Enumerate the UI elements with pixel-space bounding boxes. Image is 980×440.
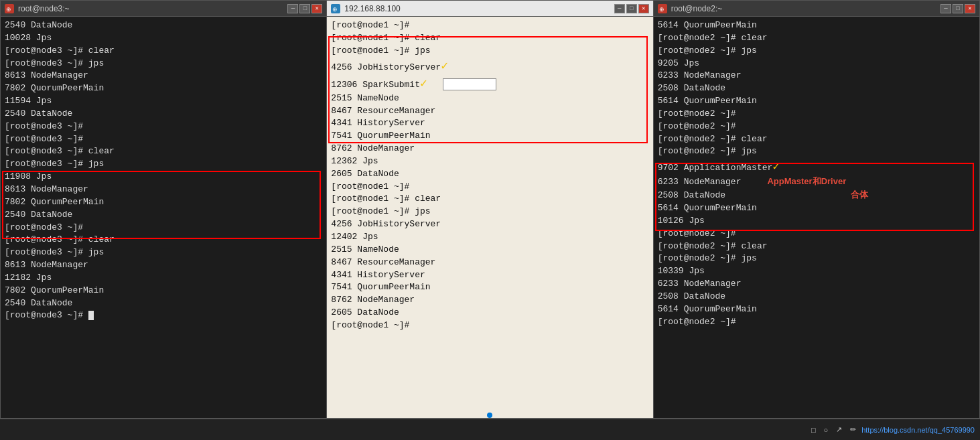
terminal-line: [root@node2 ~]# clear <box>658 133 975 146</box>
terminal-body-node2[interactable]: 5614 QuorumPeerMain [root@node2 ~]# clea… <box>654 17 979 418</box>
minimize-btn-node2[interactable]: ─ <box>940 4 951 13</box>
terminal-line: 10126 Jps <box>658 215 975 228</box>
terminal-line: 2605 DataNode <box>331 168 648 181</box>
terminal-line: 2540 DataNode <box>5 209 322 222</box>
terminal-line: 12182 Jps <box>5 272 322 285</box>
terminal-line: 9205 Jps <box>658 58 975 70</box>
terminal-line: [root@node3 ~]# clear <box>5 45 322 58</box>
terminal-line: 7541 QuorumPeerMain <box>331 281 648 294</box>
terminal-line: [root@node3 ~]# jps <box>5 58 322 70</box>
terminal-line: 10028 Jps <box>5 32 322 45</box>
terminal-line: 12362 Jps <box>331 155 648 168</box>
terminal-line: 12402 Jps <box>331 231 648 244</box>
terminal-line: [root@node3 ~]# <box>5 222 322 234</box>
terminal-line: 8613 NodeManager <box>5 70 322 82</box>
terminal-line: 2515 NameNode <box>331 92 648 105</box>
maximize-btn-node3[interactable]: □ <box>299 4 310 13</box>
terminal-line: 2540 DataNode <box>5 108 322 121</box>
maximize-btn-node1[interactable]: □ <box>626 4 637 13</box>
terminal-line: 4256 JobHistoryServer <box>331 218 648 231</box>
terminal-line: 10339 Jps <box>658 265 975 278</box>
terminal-icon-node3: ⊕ <box>5 4 14 13</box>
svg-text:⊕: ⊕ <box>6 6 11 13</box>
terminal-line: 4341 HistoryServer <box>331 269 648 282</box>
terminal-line: 2508 DataNode 合体 <box>658 189 975 202</box>
taskbar-icons: □ ○ ↗ ✏ <box>811 425 856 434</box>
terminal-line: [root@node2 ~]# <box>658 228 975 240</box>
taskbar-icon-arrow[interactable]: ↗ <box>836 425 842 434</box>
terminal-line: [root@node1 ~]# jps <box>331 45 648 58</box>
input-annotation-box <box>443 78 496 90</box>
terminal-line: [root@node3 ~]# <box>5 133 322 146</box>
terminal-line: [root@node1 ~]# jps <box>331 206 648 218</box>
close-btn-node2[interactable]: ✕ <box>965 4 975 13</box>
terminal-line: 11908 Jps <box>5 171 322 184</box>
terminal-line: 5614 QuorumPeerMain <box>658 202 975 215</box>
titlebar-node1: ⊕ 192.168.88.100 ─ □ ✕ <box>327 1 652 17</box>
terminal-line: 2540 DataNode <box>5 297 322 310</box>
terminal-line: 5614 QuorumPeerMain <box>658 303 975 316</box>
terminal-line: 8613 NodeManager <box>5 259 322 272</box>
terminal-line: [root@node2 ~]# <box>658 316 975 329</box>
terminal-line: 5614 QuorumPeerMain <box>658 19 975 32</box>
terminal-line: 7802 QuorumPeerMain <box>5 82 322 95</box>
terminal-line: [root@node1 ~]# <box>331 181 648 194</box>
title-node2: root@node2:~ <box>671 4 723 13</box>
title-node1: 192.168.88.100 <box>344 4 400 13</box>
terminal-line: [root@node1 ~]# clear <box>331 193 648 206</box>
terminal-icon-node2: ⊕ <box>658 4 667 13</box>
terminal-line: [root@node2 ~]# <box>658 121 975 133</box>
taskbar-icon-square[interactable]: □ <box>811 426 816 434</box>
titlebar-node2: ⊕ root@node2:~ ─ □ ✕ <box>654 1 979 17</box>
terminal-line: 8762 NodeManager <box>331 143 648 155</box>
terminal-line: 6233 NodeManager AppMaster和Driver <box>658 175 975 189</box>
terminal-line: 8762 NodeManager <box>331 294 648 307</box>
terminal-line: 7541 QuorumPeerMain <box>331 130 648 143</box>
taskbar-icon-circle[interactable]: ○ <box>824 426 829 434</box>
annotation-heti: 合体 <box>851 190 868 200</box>
terminal-line: 8467 ResourceManager <box>331 256 648 269</box>
h-scroll-indicator <box>487 413 492 418</box>
close-btn-node3[interactable]: ✕ <box>311 4 322 13</box>
taskbar-url[interactable]: https://blog.csdn.net/qq_45769990 <box>861 426 975 434</box>
terminal-line: [root@node1 ~]# <box>331 19 648 32</box>
close-btn-node1[interactable]: ✕ <box>638 4 649 13</box>
terminal-line: 6233 NodeManager <box>658 70 975 82</box>
terminal-line: [root@node2 ~]# jps <box>658 252 975 265</box>
terminal-node1: ⊕ 192.168.88.100 ─ □ ✕ [root@node1 ~]# [… <box>327 0 653 419</box>
terminal-node3: ⊕ root@node3:~ ─ □ ✕ 2540 DataNode 10028… <box>0 0 327 419</box>
minimize-btn-node3[interactable]: ─ <box>287 4 298 13</box>
terminal-line: 6233 NodeManager <box>658 278 975 291</box>
terminal-body-node3[interactable]: 2540 DataNode 10028 Jps [root@node3 ~]# … <box>1 17 326 418</box>
minimize-btn-node1[interactable]: ─ <box>614 4 625 13</box>
titlebar-node3: ⊕ root@node3:~ ─ □ ✕ <box>1 1 326 17</box>
terminal-line: [root@node3 ~]# <box>5 121 322 133</box>
terminal-line: [root@node3 ~]# <box>5 309 322 322</box>
terminal-line: 8467 ResourceManager <box>331 105 648 118</box>
terminals-row: ⊕ root@node3:~ ─ □ ✕ 2540 DataNode 10028… <box>0 0 980 419</box>
svg-text:⊕: ⊕ <box>332 6 338 13</box>
terminal-line: [root@node3 ~]# jps <box>5 158 322 171</box>
taskbar: □ ○ ↗ ✏ https://blog.csdn.net/qq_4576999… <box>0 419 980 440</box>
terminal-line: 8613 NodeManager <box>5 184 322 196</box>
terminal-line: 4256 JobHistoryServer✓ <box>331 58 648 75</box>
terminal-line: [root@node3 ~]# jps <box>5 246 322 259</box>
terminal-line: [root@node2 ~]# jps <box>658 45 975 58</box>
terminal-line: 9702 ApplicationMaster✓ <box>658 158 975 175</box>
terminal-line: 2508 DataNode <box>658 291 975 303</box>
terminal-body-node1[interactable]: [root@node1 ~]# [root@node1 ~]# clear [r… <box>327 17 652 418</box>
checkmark-node1: ✓ <box>441 60 448 73</box>
terminal-line: [root@node3 ~]# clear <box>5 145 322 158</box>
terminal-line: [root@node2 ~]# jps <box>658 145 975 158</box>
terminal-line: 7802 QuorumPeerMain <box>5 196 322 209</box>
title-node3: root@node3:~ <box>18 4 70 13</box>
terminal-line: [root@node2 ~]# clear <box>658 32 975 45</box>
checkmark-node2: ✓ <box>772 160 780 173</box>
terminal-line: 2515 NameNode <box>331 244 648 256</box>
terminal-line: 12306 SparkSubmit✓ <box>331 75 648 92</box>
checkmark-spark: ✓ <box>420 77 427 90</box>
terminal-line: [root@node2 ~]# clear <box>658 240 975 253</box>
taskbar-icon-pen[interactable]: ✏ <box>850 425 856 434</box>
terminal-line: 5614 QuorumPeerMain <box>658 95 975 108</box>
maximize-btn-node2[interactable]: □ <box>953 4 963 13</box>
